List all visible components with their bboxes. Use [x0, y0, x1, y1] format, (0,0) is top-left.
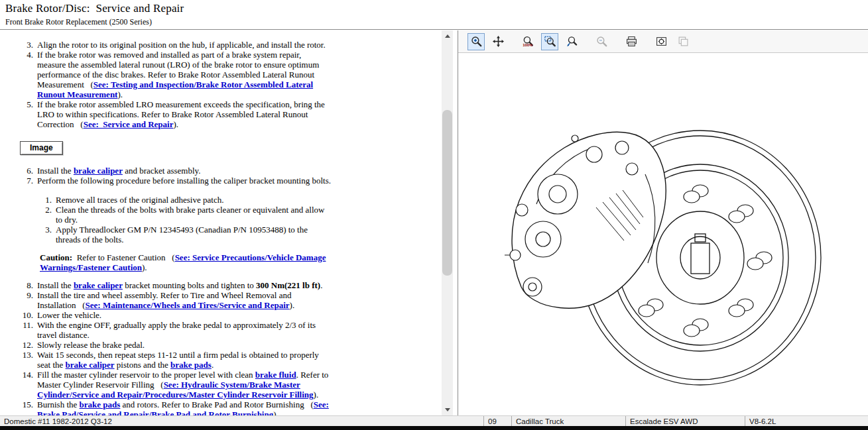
doc-text: ). [173, 119, 178, 129]
image-toolbar: 100% [458, 30, 868, 53]
page-subtitle: Front Brake Rotor Replacement (2500 Seri… [5, 17, 152, 27]
print-icon [626, 36, 637, 47]
step-number: 11. [20, 320, 33, 340]
procedure-step: 15.Burnish the brake pads and rotors. Re… [20, 400, 332, 415]
step-number: 15. [20, 400, 33, 415]
image-settings-button[interactable] [652, 33, 670, 50]
step-text: If the brake rotor was removed and insta… [37, 50, 332, 99]
doc-text: Clean the threads of the bolts with brak… [56, 205, 324, 225]
step-number: 10. [20, 310, 33, 320]
doc-text: ). [142, 262, 147, 272]
doc-text: pistons and the [115, 360, 171, 370]
step-text: Clean the threads of the bolts with brak… [56, 205, 332, 225]
doc-link[interactable]: See: Service and Repair [84, 119, 174, 129]
step-text: Wait 15 seconds, then repeat steps 11-12… [37, 350, 332, 370]
procedure-step: 2.Clean the threads of the bolts with br… [38, 205, 332, 225]
procedure-step: 5.If the brake rotor assembled LRO measu… [20, 99, 332, 129]
step-text: Slowly release the brake pedal. [37, 340, 332, 350]
doc-text: Caution: [40, 252, 72, 262]
step-text: Fill the master cylinder reservoir to th… [37, 370, 332, 400]
step-text: If the brake rotor assembled LRO measure… [37, 99, 332, 129]
procedure-step: 3.Apply Threadlocker GM P/N 12345493 (Ca… [38, 225, 332, 244]
wheel-stud [729, 205, 753, 223]
doc-link[interactable]: brake caliper [74, 166, 123, 176]
doc-text: Perform the following procedure before i… [37, 176, 331, 186]
zoom-out-button[interactable] [593, 33, 610, 50]
doc-text: Burnish the [37, 400, 80, 409]
svg-text:100%: 100% [523, 43, 533, 47]
status-bar: Domestic #11 1982-2012 Q3-12 09 Cadillac… [0, 415, 868, 426]
zoom-100-button[interactable]: 100% [519, 33, 536, 50]
step-text: Apply Threadlocker GM P/N 12345493 (Cana… [56, 225, 332, 244]
doc-link[interactable]: brake fluid [255, 370, 296, 380]
doc-text: ). [314, 390, 319, 400]
step-number: 8. [20, 280, 33, 290]
doc-text: bracket mounting bolts and tighten to [123, 280, 256, 290]
zoom-dynamic-button[interactable] [563, 33, 580, 50]
caution-paragraph: Caution: Refer to Fastener Caution (See:… [40, 252, 332, 272]
doc-text: Slowly release the brake pedal. [37, 340, 145, 350]
step-number: 7. [20, 176, 33, 186]
step-text: Align the rotor to its original position… [37, 40, 332, 50]
procedure-step: 6.Install the brake caliper and bracket … [20, 166, 332, 176]
brake-rotor-diagram [458, 54, 868, 415]
doc-link[interactable]: brake caliper [66, 360, 115, 370]
doc-text: Align the rotor to its original position… [37, 40, 326, 50]
step-number: 12. [20, 340, 33, 350]
procedure-step: 8.Install the brake caliper bracket moun… [20, 280, 332, 290]
image-viewer-panel: 100% [458, 30, 868, 415]
steps-list-mid: 6.Install the brake caliper and bracket … [20, 166, 332, 186]
doc-link[interactable]: See: Maintenance/Wheels and Tires/Servic… [86, 300, 290, 310]
zoom-in-icon [471, 36, 482, 47]
wheel-stud [684, 319, 708, 337]
procedure-document-panel: 3.Align the rotor to its original positi… [0, 30, 441, 415]
step-number: 14. [20, 370, 33, 400]
step-text: Burnish the brake pads and rotors. Refer… [37, 400, 332, 415]
step-number: 1. [38, 195, 52, 205]
step-text: Install the brake caliper and bracket as… [37, 166, 332, 176]
procedure-step: 11.With the engine OFF, gradually apply … [20, 320, 332, 340]
procedure-step: 3.Align the rotor to its original positi… [20, 40, 332, 50]
scroll-up-button[interactable] [442, 30, 453, 42]
wheel-stud [747, 252, 772, 270]
status-year: 09 [483, 416, 511, 426]
doc-link[interactable]: brake pads [170, 360, 212, 370]
image-toggle-button[interactable]: Image [20, 141, 63, 155]
page-title: Brake Rotor/Disc: Service and Repair [5, 2, 184, 15]
procedure-step: 9.Install the tire and wheel assembly. R… [20, 290, 332, 310]
zoom-in-button[interactable] [467, 33, 485, 50]
steps-list-bottom: 8.Install the brake caliper bracket moun… [20, 280, 332, 415]
doc-text: If the brake rotor assembled LRO measure… [37, 99, 325, 129]
doc-link[interactable]: brake caliper [74, 280, 123, 290]
scroll-down-arrow-icon [445, 408, 450, 411]
doc-text: Fill the master cylinder reservoir to th… [37, 370, 255, 380]
copy-image-button[interactable] [674, 33, 692, 50]
doc-text: ). [117, 89, 123, 99]
sub-steps-list: 1.Remove all traces of the original adhe… [38, 195, 332, 244]
zoom-window-icon [544, 36, 556, 47]
pan-button[interactable] [489, 33, 507, 50]
status-model: Escalade ESV AWD [625, 416, 745, 426]
zoom-window-button[interactable] [541, 33, 558, 50]
step-text: Install the brake caliper bracket mounti… [37, 280, 332, 290]
wheel-stud [639, 299, 663, 317]
doc-text: Lower the vehicle. [37, 310, 101, 320]
procedure-step: 4.If the brake rotor was removed and ins… [20, 50, 332, 99]
procedure-step: 14.Fill the master cylinder reservoir to… [20, 370, 332, 400]
status-make: Cadillac Truck [511, 416, 625, 426]
title-bar: Brake Rotor/Disc: Service and Repair Fro… [0, 0, 868, 30]
step-number: 13. [20, 350, 33, 370]
image-button-row: Image [20, 141, 332, 155]
doc-text: Install the [37, 280, 74, 290]
copy-image-icon [678, 36, 689, 47]
scroll-down-button[interactable] [442, 404, 453, 415]
vertical-scrollbar[interactable] [442, 30, 453, 415]
doc-text: Apply Threadlocker GM P/N 12345493 (Cana… [56, 225, 308, 244]
step-text: Lower the vehicle. [37, 310, 332, 320]
doc-text: . [320, 280, 322, 290]
wheel-stud [684, 185, 708, 203]
doc-link[interactable]: brake pads [80, 400, 121, 409]
step-number: 2. [38, 205, 52, 225]
print-button[interactable] [623, 33, 640, 50]
scrollbar-thumb[interactable] [442, 110, 452, 276]
